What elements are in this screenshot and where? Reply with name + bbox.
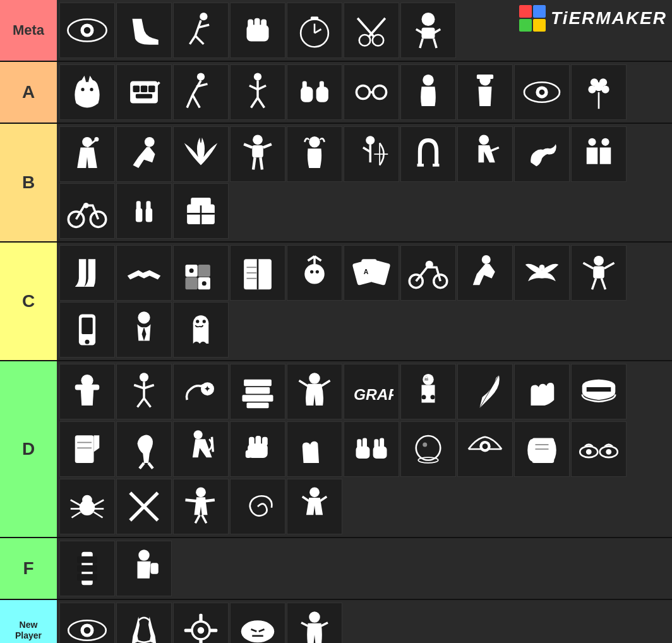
list-item[interactable] [344, 126, 399, 182]
list-item[interactable] [173, 245, 229, 301]
list-item[interactable] [230, 126, 285, 182]
svg-rect-151 [246, 387, 270, 394]
list-item[interactable] [287, 479, 342, 534]
list-item[interactable] [344, 64, 399, 120]
list-item[interactable] [400, 64, 456, 120]
svg-rect-150 [244, 380, 272, 387]
list-item[interactable] [173, 302, 229, 358]
svg-line-48 [258, 98, 265, 108]
list-item[interactable] [400, 3, 456, 58]
list-item[interactable] [116, 126, 172, 182]
svg-line-145 [144, 385, 154, 388]
svg-line-75 [263, 144, 272, 147]
list-item[interactable] [514, 364, 570, 419]
list-item[interactable] [59, 479, 115, 534]
list-item[interactable] [287, 421, 342, 477]
list-item[interactable] [173, 421, 229, 477]
list-item[interactable] [59, 603, 115, 643]
list-item[interactable] [59, 421, 115, 477]
svg-line-131 [592, 279, 596, 290]
list-item[interactable]: ✦ [173, 364, 229, 419]
list-item[interactable] [230, 479, 285, 534]
svg-line-144 [134, 385, 144, 388]
list-item[interactable] [457, 126, 513, 182]
list-item[interactable] [59, 3, 115, 58]
tier-label-new: New Player [0, 600, 57, 643]
list-item[interactable] [287, 603, 342, 643]
list-item[interactable] [116, 183, 172, 239]
list-item[interactable] [514, 421, 570, 477]
list-item[interactable] [400, 245, 456, 301]
list-item[interactable] [173, 603, 229, 643]
list-item[interactable] [173, 3, 229, 58]
list-item[interactable] [230, 421, 285, 477]
svg-point-88 [588, 138, 596, 146]
svg-line-208 [205, 500, 215, 501]
list-item[interactable] [457, 245, 513, 301]
svg-line-156 [321, 381, 330, 387]
svg-point-70 [94, 137, 99, 141]
list-item[interactable] [59, 245, 115, 301]
svg-line-209 [195, 515, 200, 523]
svg-rect-217 [77, 574, 97, 581]
list-item[interactable] [230, 603, 285, 643]
list-item[interactable] [457, 64, 513, 120]
list-item[interactable] [116, 245, 172, 301]
svg-line-130 [604, 263, 615, 268]
list-item[interactable] [173, 479, 229, 534]
list-item[interactable] [59, 541, 115, 596]
list-item[interactable] [116, 3, 172, 58]
svg-line-132 [601, 279, 605, 290]
list-item[interactable] [173, 126, 229, 182]
list-item[interactable] [571, 245, 627, 301]
list-item[interactable] [116, 302, 172, 358]
svg-rect-225 [199, 614, 202, 622]
list-item[interactable] [116, 479, 172, 534]
list-item[interactable] [457, 421, 513, 477]
list-item[interactable] [571, 364, 627, 419]
list-item[interactable] [400, 126, 456, 182]
list-item[interactable] [116, 364, 172, 419]
list-item[interactable] [230, 3, 285, 58]
list-item[interactable]: GRAFTI [344, 364, 399, 419]
list-item[interactable] [571, 421, 627, 477]
svg-rect-36 [136, 94, 152, 99]
list-item[interactable] [344, 421, 399, 477]
list-item[interactable] [59, 126, 115, 182]
list-item[interactable] [287, 364, 342, 419]
list-item[interactable] [344, 3, 399, 58]
list-item[interactable] [59, 364, 115, 419]
list-item[interactable] [287, 64, 342, 120]
list-item[interactable] [514, 64, 570, 120]
svg-point-188 [527, 439, 536, 461]
svg-rect-73 [252, 145, 263, 157]
list-item[interactable] [59, 64, 115, 120]
list-item[interactable] [287, 126, 342, 182]
list-item[interactable] [230, 364, 285, 419]
list-item[interactable] [59, 302, 115, 358]
list-item[interactable] [230, 64, 285, 120]
list-item[interactable]: ☠ [400, 364, 456, 419]
list-item[interactable] [571, 64, 627, 120]
list-item[interactable] [116, 64, 172, 120]
list-item[interactable] [173, 64, 229, 120]
svg-rect-35 [148, 86, 155, 93]
list-item[interactable] [59, 183, 115, 239]
list-item[interactable] [116, 541, 172, 596]
list-item[interactable] [116, 421, 172, 477]
list-item[interactable] [287, 3, 342, 58]
list-item[interactable] [514, 245, 570, 301]
list-item[interactable] [400, 421, 456, 477]
list-item[interactable]: A [344, 245, 399, 301]
list-item[interactable] [116, 603, 172, 643]
tier-row-d: D ✦ [0, 361, 672, 538]
list-item[interactable] [457, 364, 513, 419]
svg-point-112 [304, 264, 325, 284]
list-item[interactable] [514, 126, 570, 182]
list-item[interactable] [571, 126, 627, 182]
list-item[interactable] [230, 245, 285, 301]
svg-rect-102 [186, 277, 198, 289]
list-item[interactable] [173, 183, 229, 239]
tiermaker-cube-icon [519, 5, 546, 32]
list-item[interactable] [287, 245, 342, 301]
